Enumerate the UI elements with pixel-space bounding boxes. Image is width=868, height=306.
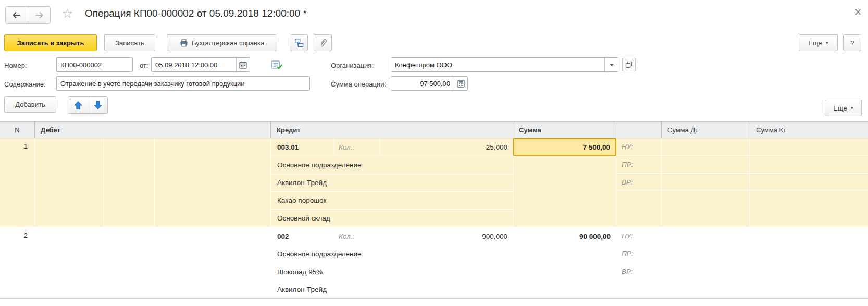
- analytics-cell[interactable]: Основное подразделение: [271, 156, 513, 174]
- organization-label: Организация:: [331, 62, 374, 69]
- qty-label: Кол.:: [334, 227, 380, 245]
- calculator-icon: [457, 80, 465, 88]
- header-flags: [616, 122, 662, 138]
- move-row-group: [68, 96, 108, 114]
- postings-button[interactable]: [270, 59, 283, 71]
- attachments-button[interactable]: [314, 34, 332, 51]
- sum-dt-cell[interactable]: [662, 227, 750, 245]
- sum-dt-cell[interactable]: [662, 245, 750, 263]
- move-row-up-button[interactable]: [68, 97, 88, 113]
- credit-qty-cell[interactable]: 25,000: [380, 138, 513, 156]
- add-row-button[interactable]: Добавить: [4, 96, 56, 113]
- sum-kt-cell[interactable]: [750, 174, 868, 191]
- sum-kt-cell[interactable]: [750, 245, 868, 263]
- help-button[interactable]: ?: [843, 34, 861, 51]
- flag-rest-cell: [616, 280, 662, 298]
- sum-dt-rest-cell[interactable]: [662, 280, 750, 298]
- sum-dt-cell[interactable]: [662, 156, 750, 174]
- paperclip-icon: [318, 38, 328, 47]
- more-button-table[interactable]: Еще ▾: [825, 100, 862, 116]
- analytics-cell[interactable]: Какао порошок: [271, 191, 513, 209]
- header-sum-dt: Сумма Дт: [662, 122, 750, 138]
- postings-table: N Дебет Кредит Сумма Сумма Дт Сумма Кт 1…: [0, 121, 868, 299]
- flag-label-nu: НУ:: [616, 227, 662, 245]
- save-button[interactable]: Записать: [104, 34, 155, 51]
- arrow-down-icon: [94, 101, 102, 110]
- sum-kt-cell[interactable]: [750, 138, 868, 156]
- date-value: 05.09.2018 12:00:00: [152, 61, 236, 69]
- sum-dt-cell[interactable]: [662, 174, 750, 191]
- sum-kt-rest-cell[interactable]: [750, 280, 868, 298]
- structure-button[interactable]: [290, 34, 308, 51]
- page-title: Операция КП00-000002 от 05.09.2018 12:00…: [85, 8, 307, 19]
- more-button-top[interactable]: Еще ▾: [799, 34, 838, 51]
- sum-kt-rest-cell[interactable]: [750, 191, 868, 227]
- accounting-note-button[interactable]: Бухгалтерская справка: [167, 34, 277, 51]
- forward-arrow-icon: [34, 11, 44, 19]
- operation-document-window: ☆ Операция КП00-000002 от 05.09.2018 12:…: [0, 0, 868, 306]
- analytics-cell[interactable]: Основной склад: [271, 209, 513, 227]
- header-sum: Сумма: [513, 122, 616, 138]
- save-close-button[interactable]: Записать и закрыть: [4, 34, 97, 51]
- dropdown-arrow-icon: [610, 64, 614, 66]
- analytics-cell[interactable]: Аквилон-Трейд: [271, 174, 513, 191]
- flag-rest-cell: [616, 191, 662, 227]
- sum-dt-rest-cell[interactable]: [662, 191, 750, 227]
- content-label: Содержание:: [4, 80, 46, 88]
- debit-account-cell[interactable]: [35, 227, 104, 298]
- sum-kt-cell[interactable]: [750, 227, 868, 245]
- sum-kt-cell[interactable]: [750, 156, 868, 174]
- table-row[interactable]: 1003.01Кол.:25,000Основное подразделение…: [0, 138, 868, 227]
- organization-dropdown-button[interactable]: [604, 58, 618, 71]
- row-number-cell[interactable]: 1: [0, 138, 35, 227]
- date-field[interactable]: 05.09.2018 12:00:00: [151, 57, 250, 72]
- sum-kt-cell[interactable]: [750, 263, 868, 280]
- sum-dt-cell[interactable]: [662, 138, 750, 156]
- credit-account-cell[interactable]: 003.01: [271, 138, 334, 156]
- debit-account-cell[interactable]: [35, 138, 104, 227]
- arrow-up-icon: [74, 101, 82, 110]
- content-input[interactable]: [56, 76, 310, 91]
- header-sum-kt: Сумма Кт: [750, 122, 868, 138]
- debit-qty-cell[interactable]: [155, 138, 271, 227]
- number-label: Номер:: [4, 62, 27, 69]
- close-icon[interactable]: ×: [854, 6, 861, 18]
- credit-account-cell[interactable]: 002: [271, 227, 334, 245]
- table-row[interactable]: 2002Кол.:900,000Основное подразделениеШо…: [0, 227, 868, 299]
- debit-qty-label-cell[interactable]: [104, 227, 155, 298]
- debit-qty-cell[interactable]: [155, 227, 271, 298]
- analytics-cell[interactable]: Аквилон-Трейд: [271, 280, 513, 298]
- more-table-label: Еще: [833, 104, 847, 112]
- flag-label-pr: ПР:: [616, 245, 662, 263]
- organization-value: Конфетпром ООО: [391, 61, 604, 69]
- open-organization-button[interactable]: [622, 58, 636, 71]
- sum-dt-cell[interactable]: [662, 263, 750, 280]
- forward-button[interactable]: [28, 7, 50, 23]
- date-prefix-label: от:: [140, 62, 148, 69]
- postings-check-icon: [271, 60, 282, 70]
- debit-qty-label-cell[interactable]: [104, 138, 155, 227]
- move-row-down-button[interactable]: [88, 97, 107, 113]
- table-header: N Дебет Кредит Сумма Сумма Дт Сумма Кт: [0, 121, 868, 138]
- row-number-cell[interactable]: 2: [0, 227, 35, 298]
- organization-field[interactable]: Конфетпром ООО: [391, 57, 618, 72]
- sum-cell[interactable]: 7 500,00: [513, 138, 616, 156]
- header-credit: Кредит: [271, 122, 513, 138]
- sum-cell-rest: [513, 245, 616, 298]
- amount-field[interactable]: 97 500,00: [391, 76, 468, 91]
- calendar-button[interactable]: [236, 58, 250, 71]
- credit-qty-cell[interactable]: 900,000: [380, 227, 513, 245]
- back-button[interactable]: [6, 7, 28, 23]
- printer-icon: [180, 39, 188, 47]
- sum-cell[interactable]: 90 000,00: [513, 227, 616, 245]
- flag-label-vr: ВР:: [616, 263, 662, 280]
- favorite-star-icon[interactable]: ☆: [61, 7, 73, 20]
- amount-value: 97 500,00: [391, 80, 454, 88]
- accounting-note-label: Бухгалтерская справка: [192, 39, 264, 47]
- open-link-icon: [625, 61, 633, 68]
- analytics-cell[interactable]: Шоколад 95%: [271, 263, 513, 280]
- analytics-cell[interactable]: Основное подразделение: [271, 245, 513, 263]
- amount-label: Сумма операции:: [331, 80, 386, 88]
- calculator-button[interactable]: [454, 77, 467, 90]
- number-input[interactable]: [56, 57, 133, 72]
